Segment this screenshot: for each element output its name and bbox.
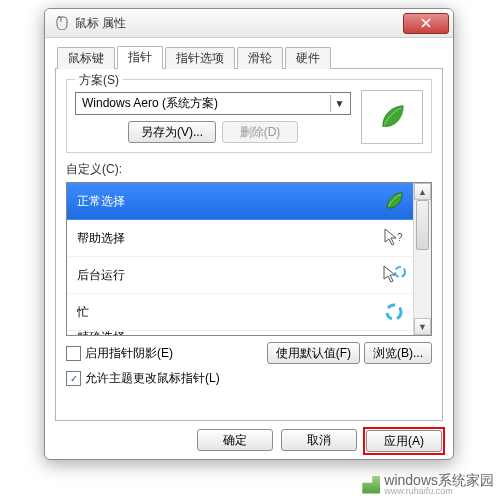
- use-default-button[interactable]: 使用默认值(F): [267, 342, 360, 364]
- arrow-help-cursor-icon: ?: [380, 227, 408, 249]
- scrollbar[interactable]: ▲ ▼: [413, 183, 431, 335]
- scheme-group: 方案(S) Windows Aero (系统方案) ▼ 另存为(V)... 删除…: [66, 79, 432, 153]
- cancel-button[interactable]: 取消: [281, 429, 357, 451]
- shadow-checkbox[interactable]: [66, 346, 81, 361]
- leaf-icon: [377, 102, 407, 132]
- scroll-thumb[interactable]: [416, 200, 429, 250]
- watermark-logo-icon: [362, 476, 380, 494]
- tab-pointers[interactable]: 指针: [117, 46, 163, 69]
- svg-point-2: [387, 305, 401, 319]
- list-item[interactable]: 帮助选择 ?: [67, 220, 414, 257]
- leaf-cursor-icon: [380, 190, 408, 212]
- list-item[interactable]: 精确选择: [67, 331, 414, 335]
- theme-change-label: 允许主题更改鼠标指针(L): [85, 370, 220, 387]
- scroll-track[interactable]: [414, 200, 431, 318]
- scheme-combobox[interactable]: Windows Aero (系统方案) ▼: [75, 92, 351, 115]
- apply-highlight: 应用(A): [363, 427, 445, 455]
- watermark-text: windows系统家园: [384, 473, 494, 487]
- list-item[interactable]: 忙: [67, 294, 414, 331]
- close-button[interactable]: [403, 13, 449, 34]
- chevron-down-icon: ▼: [330, 95, 348, 112]
- svg-point-1: [395, 267, 405, 277]
- tab-hardware[interactable]: 硬件: [285, 47, 331, 69]
- tab-panel-pointers: 方案(S) Windows Aero (系统方案) ▼ 另存为(V)... 删除…: [55, 69, 443, 421]
- tab-pointer-options[interactable]: 指针选项: [165, 47, 235, 69]
- scheme-group-label: 方案(S): [75, 72, 123, 89]
- watermark: windows系统家园 www.ruhaifu.com: [362, 473, 494, 496]
- busy-ring-cursor-icon: [380, 301, 408, 323]
- tabstrip: 鼠标键 指针 指针选项 滑轮 硬件: [55, 46, 443, 69]
- tab-buttons[interactable]: 鼠标键: [57, 47, 115, 69]
- mouse-properties-dialog: 鼠标 属性 鼠标键 指针 指针选项 滑轮 硬件 方案(S) Windows Ae…: [44, 8, 454, 460]
- shadow-label: 启用指针阴影(E): [85, 345, 173, 362]
- titlebar[interactable]: 鼠标 属性: [45, 9, 453, 38]
- scheme-selected: Windows Aero (系统方案): [82, 95, 330, 112]
- apply-button[interactable]: 应用(A): [366, 430, 442, 452]
- save-as-button[interactable]: 另存为(V)...: [128, 121, 216, 143]
- arrow-busy-cursor-icon: [380, 264, 408, 286]
- customize-label: 自定义(C):: [66, 161, 432, 178]
- window-title: 鼠标 属性: [75, 9, 403, 37]
- list-item[interactable]: 正常选择: [67, 183, 414, 220]
- scroll-down-button[interactable]: ▼: [414, 318, 431, 335]
- customize-listbox[interactable]: 正常选择 帮助选择 ? 后台运行: [66, 182, 432, 336]
- list-item[interactable]: 后台运行: [67, 257, 414, 294]
- dialog-buttons: 确定 取消 应用(A): [45, 429, 453, 460]
- theme-change-checkbox[interactable]: [66, 371, 81, 386]
- watermark-url: www.ruhaifu.com: [384, 487, 494, 496]
- delete-button: 删除(D): [222, 121, 298, 143]
- mouse-icon: [53, 15, 69, 31]
- ok-button[interactable]: 确定: [197, 429, 273, 451]
- tab-wheel[interactable]: 滑轮: [237, 47, 283, 69]
- browse-button[interactable]: 浏览(B)...: [364, 342, 432, 364]
- cursor-preview: [361, 90, 423, 144]
- scroll-up-button[interactable]: ▲: [414, 183, 431, 200]
- svg-text:?: ?: [397, 232, 403, 243]
